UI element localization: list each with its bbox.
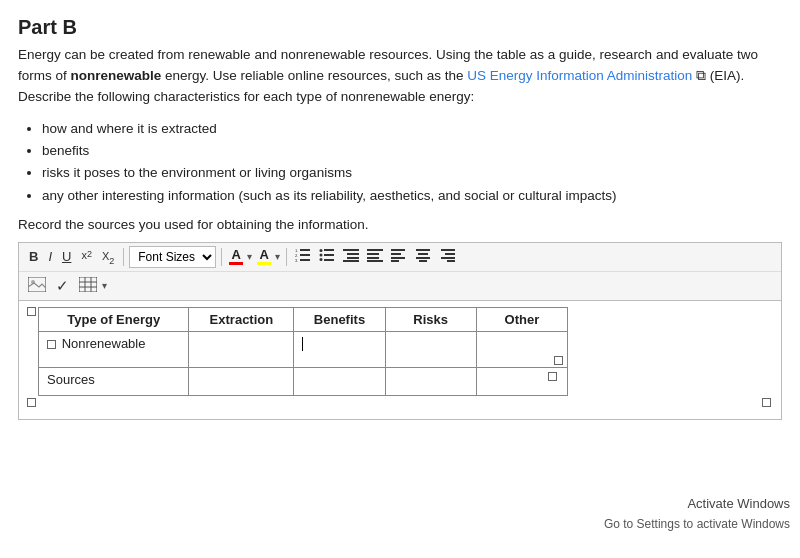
table-bottom-left-handle[interactable] — [27, 398, 36, 407]
svg-rect-1 — [300, 254, 310, 256]
svg-text:3.: 3. — [295, 258, 298, 262]
svg-rect-17 — [367, 253, 379, 255]
sources-extraction-cell[interactable] — [189, 367, 294, 395]
svg-rect-24 — [416, 249, 430, 251]
nonrenewable-other-cell[interactable] — [476, 331, 567, 367]
table-header-row: Type of Energy Extraction Benefits Risks… — [39, 307, 568, 331]
subscript-button[interactable]: X2 — [98, 246, 118, 268]
svg-rect-34 — [79, 277, 97, 292]
align-right-button[interactable] — [436, 246, 458, 267]
align-left-button[interactable] — [388, 246, 410, 267]
table-row-sources: Sources — [39, 367, 568, 395]
svg-rect-21 — [391, 253, 401, 255]
font-color-a-label: A — [232, 248, 241, 261]
row-label-sources: Sources — [39, 367, 189, 395]
italic-button[interactable]: I — [44, 247, 56, 266]
highlight-button[interactable]: A — [255, 247, 273, 266]
ordered-list-button[interactable]: 1.2.3. — [292, 246, 314, 267]
highlight-a-label: A — [260, 248, 269, 261]
col-header-benefits: Benefits — [294, 307, 385, 331]
svg-rect-31 — [447, 260, 455, 262]
insert-image-button[interactable] — [25, 275, 49, 297]
editor-toolbar: B I U x2 X2 Font Sizes A ▾ A — [18, 242, 782, 300]
highlight-dropdown[interactable]: ▾ — [274, 251, 281, 262]
bullet-item-1: how and where it is extracted — [42, 118, 782, 140]
svg-rect-22 — [391, 257, 405, 259]
bullet-item-2: benefits — [42, 140, 782, 162]
table-top-left-handle[interactable] — [27, 307, 36, 316]
svg-point-11 — [320, 258, 323, 261]
col-header-extraction: Extraction — [189, 307, 294, 331]
col-header-type: Type of Energy — [39, 307, 189, 331]
svg-rect-30 — [441, 257, 455, 259]
svg-rect-18 — [367, 257, 379, 259]
underline-button[interactable]: U — [58, 247, 75, 266]
windows-notice: Activate Windows Go to Settings to activ… — [594, 490, 800, 538]
editor-body[interactable]: Type of Energy Extraction Benefits Risks… — [18, 300, 782, 420]
nonrenewable-label: Nonrenewable — [62, 336, 146, 351]
highlight-color-bar — [257, 262, 271, 265]
insert-table-button[interactable] — [76, 275, 100, 297]
nonrenewable-extraction-cell[interactable] — [189, 331, 294, 367]
text-cursor — [302, 337, 303, 351]
svg-rect-16 — [367, 249, 383, 251]
unordered-list-button[interactable] — [316, 246, 338, 267]
table-insert-group: ▾ — [76, 275, 108, 297]
check-icon: ✓ — [56, 277, 69, 294]
bullet-item-4: any other interesting information (such … — [42, 185, 782, 207]
col-header-other: Other — [476, 307, 567, 331]
font-size-select[interactable]: Font Sizes — [129, 246, 216, 268]
toolbar-separator-3 — [286, 248, 287, 266]
font-color-button[interactable]: A — [227, 247, 245, 266]
toolbar-row-2: ✓ ▾ — [19, 272, 781, 300]
sources-corner-handle[interactable] — [548, 372, 557, 381]
record-text: Record the sources you used for obtainin… — [18, 217, 782, 232]
indent-right-button[interactable] — [340, 246, 362, 267]
windows-notice-line2: Go to Settings to activate Windows — [604, 515, 790, 534]
col-header-risks: Risks — [385, 307, 476, 331]
svg-rect-28 — [441, 249, 455, 251]
intro-text-2: energy. Use reliable online resources, s… — [161, 68, 467, 83]
sources-risks-cell[interactable] — [385, 367, 476, 395]
svg-rect-12 — [343, 249, 359, 251]
nonrenewable-benefits-cell[interactable] — [294, 331, 385, 367]
svg-rect-19 — [367, 260, 383, 262]
link-icon: ⧉ — [692, 68, 706, 83]
sources-other-cell[interactable] — [476, 367, 567, 395]
windows-notice-line1: Activate Windows — [604, 494, 790, 515]
checkmark-button[interactable]: ✓ — [53, 275, 72, 297]
svg-rect-14 — [347, 257, 359, 259]
toolbar-separator-2 — [221, 248, 222, 266]
sources-label: Sources — [47, 372, 95, 387]
page-title: Part B — [18, 16, 782, 39]
table-row-nonrenewable: Nonrenewable — [39, 331, 568, 367]
bullet-item-3: risks it poses to the environment or liv… — [42, 162, 782, 184]
svg-point-10 — [320, 254, 323, 257]
toolbar-separator-1 — [123, 248, 124, 266]
table-dropdown-button[interactable]: ▾ — [101, 280, 108, 291]
eia-link[interactable]: US Energy Information Administration — [467, 68, 692, 83]
indent-left-button[interactable] — [364, 246, 386, 267]
table-bottom-right-handle[interactable] — [762, 398, 771, 407]
svg-rect-26 — [416, 257, 430, 259]
nonrenewable-row-handle[interactable] — [47, 340, 56, 349]
sources-benefits-cell[interactable] — [294, 367, 385, 395]
cell-corner-handle[interactable] — [554, 356, 563, 365]
svg-rect-27 — [419, 260, 427, 262]
toolbar-row-1: B I U x2 X2 Font Sizes A ▾ A — [19, 243, 781, 272]
nonrenewable-risks-cell[interactable] — [385, 331, 476, 367]
highlight-group: A ▾ — [255, 247, 281, 266]
font-color-bar — [229, 262, 243, 265]
align-center-button[interactable] — [412, 246, 434, 267]
svg-rect-0 — [300, 249, 310, 251]
svg-rect-6 — [324, 249, 334, 251]
intro-bold-word: nonrenewable — [71, 68, 162, 83]
superscript-button[interactable]: x2 — [77, 247, 96, 267]
svg-rect-23 — [391, 260, 399, 262]
main-content: Part B Energy can be created from renewa… — [0, 0, 800, 420]
font-color-dropdown[interactable]: ▾ — [246, 251, 253, 262]
svg-rect-20 — [391, 249, 405, 251]
bold-button[interactable]: B — [25, 247, 42, 266]
intro-paragraph: Energy can be created from renewable and… — [18, 45, 782, 108]
data-table: Type of Energy Extraction Benefits Risks… — [38, 307, 568, 396]
